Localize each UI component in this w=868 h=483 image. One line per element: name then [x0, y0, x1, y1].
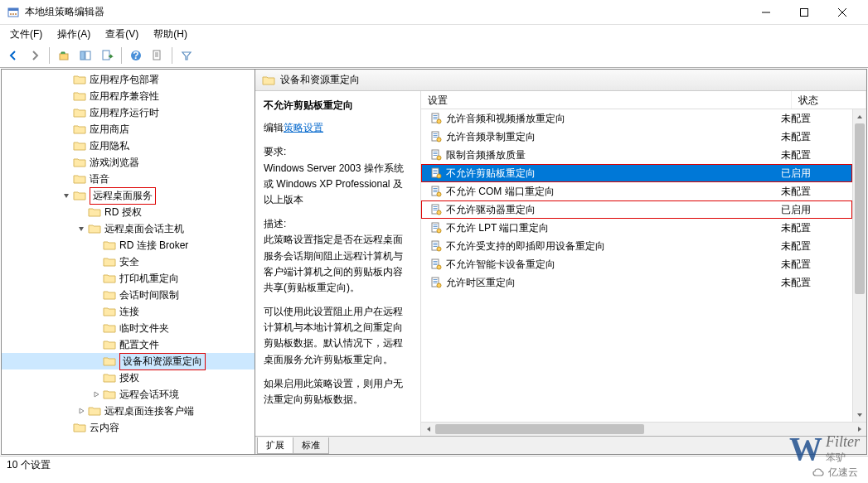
tab-standard[interactable]: 标准 [293, 437, 329, 454]
list-row[interactable]: 不允许受支持的即插即用设备重定向未配置 [421, 237, 852, 255]
tree-item[interactable]: 远程会话环境 [2, 386, 255, 403]
policy-name: 不允许剪贴板重定向 [446, 167, 536, 181]
expander-placeholder [91, 373, 101, 383]
tree-item[interactable]: 授权 [2, 369, 255, 386]
expand-icon[interactable] [91, 389, 101, 399]
expander-placeholder [61, 75, 71, 85]
tree-item[interactable]: 安全 [2, 254, 255, 270]
policy-name: 不允许 COM 端口重定向 [446, 185, 555, 199]
folder-icon [73, 422, 86, 433]
properties-button[interactable] [148, 46, 167, 65]
list-row[interactable]: 允许音频录制重定向未配置 [421, 128, 852, 146]
minimize-button[interactable] [747, 0, 785, 25]
tree-item[interactable]: 临时文件夹 [2, 320, 255, 336]
tree-item[interactable]: 应用程序运行时 [2, 104, 255, 121]
tree-item[interactable]: 远程桌面会话主机 [2, 220, 255, 237]
tree-item[interactable]: 云内容 [2, 419, 255, 436]
column-header-state[interactable]: 状态 [792, 91, 866, 109]
tree-item[interactable]: 应用商店 [2, 121, 255, 138]
vertical-scrollbar[interactable] [852, 109, 866, 422]
scroll-left-button[interactable] [421, 423, 435, 436]
list-row[interactable]: 不允许驱动器重定向已启用 [421, 200, 852, 219]
list-row[interactable]: 不允许剪贴板重定向已启用 [421, 164, 852, 182]
folder-icon [103, 372, 116, 384]
tree-item[interactable]: 打印机重定向 [2, 270, 255, 287]
menubar: 文件(F) 操作(A) 查看(V) 帮助(H) [0, 25, 868, 43]
policy-name: 限制音频播放质量 [446, 148, 526, 162]
policy-state: 未配置 [778, 221, 852, 235]
content-area: 应用程序包部署应用程序兼容性应用程序运行时应用商店应用隐私游戏浏览器语音远程桌面… [1, 69, 867, 455]
expander-placeholder [61, 124, 71, 134]
expand-icon[interactable] [76, 406, 86, 416]
filter-button[interactable] [177, 46, 196, 65]
scroll-thumb[interactable] [855, 123, 865, 294]
svg-rect-1 [8, 8, 18, 11]
tree-item[interactable]: RD 连接 Broker [2, 237, 255, 254]
scroll-up-button[interactable] [853, 109, 866, 123]
policy-icon [429, 130, 443, 143]
list-row[interactable]: 限制音频播放质量未配置 [421, 146, 852, 164]
tree-item-label: 安全 [119, 255, 139, 269]
svg-point-3 [12, 13, 14, 15]
tree-item[interactable]: 应用程序兼容性 [2, 88, 255, 104]
folder-icon [88, 223, 101, 234]
svg-rect-66 [434, 281, 438, 282]
list-header: 设置 状态 [421, 91, 866, 109]
show-hide-tree-button[interactable] [75, 46, 95, 65]
tree-item[interactable]: 远程桌面连接客户端 [2, 403, 255, 419]
forward-button[interactable] [25, 46, 45, 65]
policy-icon [429, 112, 443, 125]
tree-item-label: 远程桌面服务 [90, 187, 156, 205]
svg-point-38 [437, 174, 441, 178]
tree-item[interactable]: 配置文件 [2, 336, 255, 353]
folder-icon [103, 389, 116, 400]
maximize-button[interactable] [785, 0, 823, 25]
menu-file[interactable]: 文件(F) [5, 26, 47, 43]
edit-prefix: 编辑 [264, 122, 284, 133]
tree-item[interactable]: 设备和资源重定向 [2, 353, 255, 369]
list-row[interactable]: 允许时区重定向未配置 [421, 273, 852, 292]
tree-item[interactable]: 游戏浏览器 [2, 154, 255, 171]
list-row[interactable]: 不允许智能卡设备重定向未配置 [421, 255, 852, 273]
up-button[interactable] [54, 46, 74, 65]
breadcrumb-label: 设备和资源重定向 [280, 73, 360, 87]
tree-item[interactable]: 语音 [2, 171, 255, 187]
tree-item[interactable]: 远程桌面服务 [2, 187, 255, 204]
expander-placeholder [76, 207, 86, 217]
svg-point-2 [10, 13, 12, 15]
menu-help[interactable]: 帮助(H) [148, 26, 192, 43]
back-button[interactable] [3, 46, 23, 65]
help-button[interactable]: ? [126, 46, 146, 65]
tree-item[interactable]: RD 授权 [2, 204, 255, 220]
tree-item[interactable]: 应用程序包部署 [2, 71, 255, 88]
scroll-down-button[interactable] [853, 408, 866, 422]
policy-state: 未配置 [778, 239, 852, 254]
export-button[interactable] [97, 46, 117, 65]
requirements-label: 要求: [264, 144, 412, 160]
tree-item-label: 远程会话环境 [119, 388, 179, 402]
list-row[interactable]: 不允许 COM 端口重定向未配置 [421, 182, 852, 200]
list-row[interactable]: 不允许 LPT 端口重定向未配置 [421, 219, 852, 237]
collapse-icon[interactable] [76, 224, 86, 234]
svg-point-63 [437, 265, 441, 269]
tree-item[interactable]: 连接 [2, 303, 255, 320]
menu-action[interactable]: 操作(A) [52, 26, 95, 43]
tree-item[interactable]: 会话时间限制 [2, 287, 255, 303]
collapse-icon[interactable] [61, 191, 71, 200]
policy-icon [429, 148, 443, 162]
column-header-setting[interactable]: 设置 [421, 91, 792, 109]
window-title: 本地组策略编辑器 [25, 5, 747, 19]
list-body[interactable]: 允许音频和视频播放重定向未配置允许音频录制重定向未配置限制音频播放质量未配置不允… [421, 109, 852, 422]
tree-item-label: 应用程序兼容性 [90, 89, 159, 104]
menu-view[interactable]: 查看(V) [100, 26, 143, 43]
policy-icon [429, 167, 443, 180]
scroll-thumb-h[interactable] [435, 424, 644, 434]
edit-policy-link[interactable]: 策略设置 [284, 122, 323, 133]
tree-item[interactable]: 应用隐私 [2, 138, 255, 154]
tab-extended[interactable]: 扩展 [257, 437, 293, 454]
list-row[interactable]: 允许音频和视频播放重定向未配置 [421, 109, 852, 128]
policy-name: 允许时区重定向 [446, 276, 516, 290]
tree-panel[interactable]: 应用程序包部署应用程序兼容性应用程序运行时应用商店应用隐私游戏浏览器语音远程桌面… [2, 70, 255, 454]
folder-icon [73, 107, 86, 118]
close-button[interactable] [823, 0, 861, 25]
